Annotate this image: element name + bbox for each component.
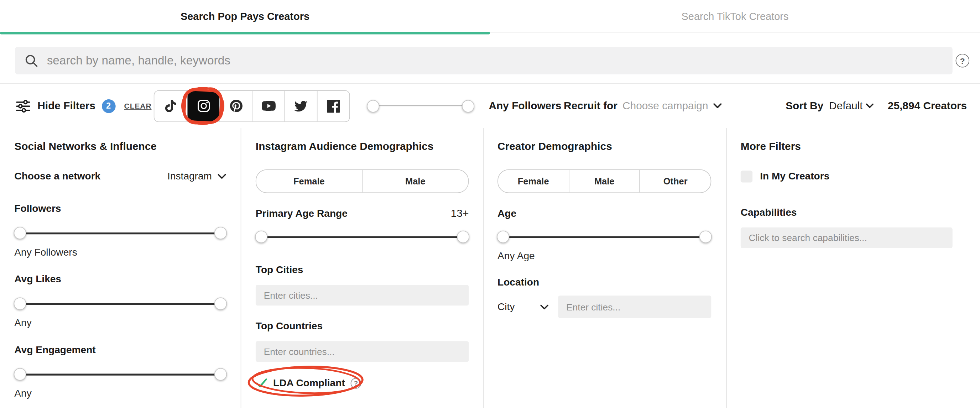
checkbox-unchecked[interactable] <box>741 170 752 182</box>
panel-social-networks: Social Networks & Influence Choose a net… <box>0 128 241 408</box>
search-help-icon[interactable]: ? <box>956 54 970 68</box>
segment-male[interactable]: Male <box>569 170 640 192</box>
slider-handle-min[interactable] <box>497 231 509 243</box>
panel-heading: More Filters <box>741 139 953 154</box>
network-tiktok-button[interactable] <box>154 90 187 121</box>
page: Search Pop Pays Creators Search TikTok C… <box>0 0 980 408</box>
search-icon <box>24 54 38 68</box>
network-facebook-button[interactable] <box>317 90 349 121</box>
followers-label: Followers <box>14 202 226 216</box>
hide-filters-label: Hide Filters <box>37 100 95 112</box>
tab-label: Search TikTok Creators <box>681 10 788 22</box>
creator-age-slider <box>498 231 711 243</box>
sort-results-group: Sort By Default 25,894 Creators <box>786 100 967 112</box>
sort-dropdown[interactable]: Default <box>829 100 874 112</box>
capabilities-label: Capabilities <box>741 205 953 219</box>
hide-filters-button[interactable]: Hide Filters 2 CLEAR <box>15 98 151 114</box>
tiktok-icon <box>164 100 177 112</box>
chevron-down-icon <box>540 304 549 310</box>
slider-handle-max[interactable] <box>215 297 227 310</box>
slider-handle-min[interactable] <box>255 231 267 243</box>
slider-handle-min[interactable] <box>367 100 379 112</box>
panel-instagram-audience: Instagram Audience Demographics Female M… <box>241 128 484 408</box>
primary-age-range-row: Primary Age Range 13+ <box>256 207 469 221</box>
lda-help-icon[interactable]: ? <box>351 378 361 389</box>
creator-gender-segmented: Female Male Other <box>498 170 711 193</box>
segment-male[interactable]: Male <box>362 170 468 192</box>
avg-likes-value: Any <box>14 316 226 330</box>
slider-track[interactable] <box>257 236 467 238</box>
slider-track[interactable] <box>16 232 225 234</box>
followers-filter: Followers Any Followers <box>14 202 226 259</box>
panel-creator-demographics: Creator Demographics Female Male Other A… <box>484 128 727 408</box>
search-box[interactable] <box>15 47 953 75</box>
choose-campaign-dropdown[interactable]: Choose campaign <box>622 100 708 112</box>
tab-label: Search Pop Pays Creators <box>181 10 309 22</box>
segment-other[interactable]: Other <box>640 170 711 192</box>
network-twitter-button[interactable] <box>285 90 317 121</box>
in-my-creators-option[interactable]: In My Creators <box>741 170 953 183</box>
avg-engagement-value: Any <box>14 387 226 400</box>
network-pinterest-button[interactable] <box>220 90 252 121</box>
slider-handle-max[interactable] <box>462 100 474 112</box>
in-my-creators-label: In My Creators <box>760 170 829 183</box>
top-tabs: Search Pop Pays Creators Search TikTok C… <box>0 0 980 33</box>
audience-gender-segmented: Female Male <box>256 170 469 193</box>
location-label: Location <box>498 276 711 289</box>
avg-engagement-slider <box>14 368 226 381</box>
clear-filters-button[interactable]: CLEAR <box>124 102 152 110</box>
followers-range-value: Any Followers <box>488 100 561 112</box>
choose-network-row: Choose a network Instagram <box>14 170 226 183</box>
avg-likes-label: Avg Likes <box>14 272 226 286</box>
recruit-for-label: Recruit for <box>564 100 617 112</box>
sort-by-label: Sort By <box>786 100 823 112</box>
instagram-selected-tile <box>188 90 220 121</box>
tab-search-pop-pays-creators[interactable]: Search Pop Pays Creators <box>0 0 490 32</box>
slider-handle-min[interactable] <box>14 227 26 239</box>
network-select[interactable]: Instagram <box>167 170 226 182</box>
tab-search-tiktok-creators[interactable]: Search TikTok Creators <box>490 0 980 32</box>
network-filter-group <box>154 90 350 122</box>
slider-track[interactable] <box>16 373 225 375</box>
panel-heading: Creator Demographics <box>498 139 711 154</box>
top-countries-label: Top Countries <box>256 319 469 333</box>
segment-female[interactable]: Female <box>498 170 569 192</box>
slider-handle-max[interactable] <box>699 231 712 243</box>
choose-network-label: Choose a network <box>14 170 100 183</box>
slider-handle-max[interactable] <box>215 368 227 381</box>
avg-likes-filter: Avg Likes Any <box>14 272 226 330</box>
instagram-icon <box>196 98 211 113</box>
slider-track[interactable] <box>369 105 473 106</box>
slider-handle-min[interactable] <box>14 297 26 310</box>
capabilities-input[interactable] <box>741 227 953 248</box>
filter-toolbar: Hide Filters 2 CLEAR <box>0 84 980 128</box>
age-range-slider <box>256 231 469 243</box>
location-row: City <box>498 295 711 318</box>
panel-heading: Instagram Audience Demographics <box>256 139 469 154</box>
primary-age-range-label: Primary Age Range <box>256 207 348 221</box>
search-bar <box>15 47 953 75</box>
location-cities-input[interactable] <box>558 295 711 318</box>
top-cities-input[interactable] <box>256 285 469 305</box>
lda-compliant-label: LDA Compliant <box>273 377 345 389</box>
lda-compliant-row[interactable]: LDA Compliant ? <box>256 376 469 391</box>
network-youtube-button[interactable] <box>252 90 284 121</box>
location-type-select[interactable]: City <box>498 301 549 313</box>
slider-handle-min[interactable] <box>14 368 26 381</box>
slider-handle-max[interactable] <box>215 227 227 239</box>
avg-engagement-label: Avg Engagement <box>14 343 226 357</box>
search-input[interactable] <box>46 53 943 68</box>
slider-track[interactable] <box>499 236 710 238</box>
twitter-icon <box>294 99 308 113</box>
network-instagram-button[interactable] <box>187 90 220 121</box>
filter-panels: Social Networks & Influence Choose a net… <box>0 128 980 408</box>
panel-heading: Social Networks & Influence <box>14 139 226 154</box>
segment-female[interactable]: Female <box>256 170 362 192</box>
avg-engagement-filter: Avg Engagement Any <box>14 343 226 400</box>
age-value: Any Age <box>498 249 711 263</box>
followers-range-slider <box>368 100 474 112</box>
top-countries-input[interactable] <box>256 341 469 362</box>
slider-track[interactable] <box>16 303 225 305</box>
slider-handle-max[interactable] <box>457 231 469 243</box>
recruit-for-control: Recruit for Choose campaign <box>564 100 722 112</box>
